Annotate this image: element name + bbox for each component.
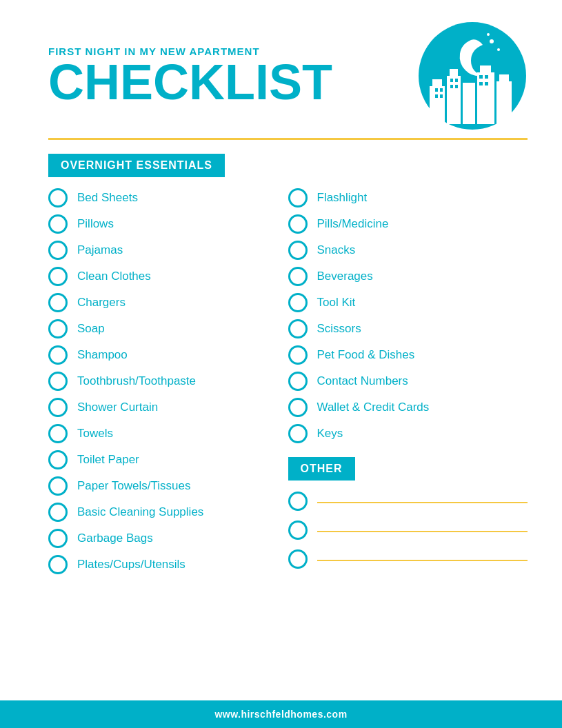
svg-rect-12 bbox=[499, 74, 509, 83]
list-item[interactable]: Paper Towels/Tissues bbox=[48, 476, 288, 496]
item-label: Paper Towels/Tissues bbox=[77, 479, 190, 493]
list-item[interactable]: Tool Kit bbox=[288, 293, 528, 312]
list-item[interactable]: Basic Cleaning Supplies bbox=[48, 503, 288, 522]
item-label: Shampoo bbox=[77, 348, 128, 362]
checkbox[interactable] bbox=[288, 492, 308, 511]
svg-rect-23 bbox=[479, 82, 483, 85]
checkbox[interactable] bbox=[288, 241, 308, 260]
checkbox[interactable] bbox=[48, 450, 68, 469]
item-label: Flashlight bbox=[317, 191, 368, 205]
list-item[interactable]: Pills/Medicine bbox=[288, 214, 528, 234]
list-item[interactable]: Wallet & Credit Cards bbox=[288, 398, 528, 417]
svg-rect-21 bbox=[479, 75, 483, 79]
list-item[interactable]: Beverages bbox=[288, 267, 528, 286]
checkbox[interactable] bbox=[288, 267, 308, 286]
svg-rect-19 bbox=[450, 85, 453, 88]
list-item[interactable]: Scissors bbox=[288, 319, 528, 338]
svg-rect-14 bbox=[440, 88, 443, 92]
page: FIRST NIGHT IN MY NEW APARTMENT CHECKLIS… bbox=[0, 0, 562, 728]
city-logo-icon bbox=[417, 21, 528, 131]
checkbox[interactable] bbox=[48, 188, 68, 208]
svg-rect-17 bbox=[450, 79, 453, 82]
checkbox[interactable] bbox=[48, 372, 68, 391]
list-item[interactable]: Clean Clothes bbox=[48, 267, 288, 286]
checkbox[interactable] bbox=[288, 372, 308, 391]
website-label: www.hirschfeldhomes.com bbox=[214, 709, 347, 720]
item-label: Bed Sheets bbox=[77, 191, 138, 205]
other-item[interactable] bbox=[288, 492, 528, 511]
list-item[interactable]: Toothbrush/Toothpaste bbox=[48, 372, 288, 391]
list-item[interactable]: Toilet Paper bbox=[48, 450, 288, 469]
list-item[interactable]: Pillows bbox=[48, 214, 288, 234]
checkbox[interactable] bbox=[48, 398, 68, 417]
right-column: Flashlight Pills/Medicine Snacks Beverag… bbox=[288, 188, 528, 581]
checkbox[interactable] bbox=[48, 345, 68, 365]
svg-rect-8 bbox=[463, 83, 475, 124]
other-input-line bbox=[317, 531, 528, 532]
checkbox[interactable] bbox=[288, 520, 308, 540]
checkbox[interactable] bbox=[48, 503, 68, 522]
checkbox[interactable] bbox=[48, 241, 68, 260]
checkbox[interactable] bbox=[288, 188, 308, 208]
list-item[interactable]: Chargers bbox=[48, 293, 288, 312]
checkbox[interactable] bbox=[48, 424, 68, 443]
list-item[interactable]: Flashlight bbox=[288, 188, 528, 208]
item-label: Pillows bbox=[77, 217, 114, 231]
item-label: Keys bbox=[317, 427, 343, 441]
svg-point-3 bbox=[487, 33, 490, 36]
list-item[interactable]: Keys bbox=[288, 424, 528, 443]
item-label: Contact Numbers bbox=[317, 374, 408, 388]
list-item[interactable]: Garbage Bags bbox=[48, 529, 288, 548]
svg-rect-6 bbox=[447, 76, 461, 124]
checkbox[interactable] bbox=[48, 529, 68, 548]
list-item[interactable]: Snacks bbox=[288, 241, 528, 260]
item-label: Basic Cleaning Supplies bbox=[77, 505, 203, 519]
other-input-line bbox=[317, 502, 528, 503]
other-item[interactable] bbox=[288, 549, 528, 569]
list-item[interactable]: Pajamas bbox=[48, 241, 288, 260]
checkbox[interactable] bbox=[288, 214, 308, 234]
checkbox[interactable] bbox=[288, 549, 308, 569]
checkbox[interactable] bbox=[48, 267, 68, 286]
item-label: Towels bbox=[77, 427, 113, 441]
svg-rect-5 bbox=[432, 79, 442, 86]
svg-rect-16 bbox=[440, 94, 443, 98]
page-title: CHECKLIST bbox=[48, 57, 332, 107]
list-item[interactable]: Shampoo bbox=[48, 345, 288, 365]
checkbox[interactable] bbox=[48, 555, 68, 574]
other-section: OTHER bbox=[288, 457, 528, 569]
svg-point-1 bbox=[490, 39, 494, 43]
main-content: OVERNIGHT ESSENTIALS Bed Sheets Pillows … bbox=[0, 154, 562, 700]
header-divider bbox=[48, 138, 528, 140]
list-item[interactable]: Soap bbox=[48, 319, 288, 338]
checkbox[interactable] bbox=[288, 345, 308, 365]
item-label: Shower Curtain bbox=[77, 401, 158, 414]
item-label: Soap bbox=[77, 322, 105, 336]
svg-rect-24 bbox=[485, 82, 488, 85]
checkbox[interactable] bbox=[288, 293, 308, 312]
list-item[interactable]: Towels bbox=[48, 424, 288, 443]
checkbox[interactable] bbox=[288, 424, 308, 443]
list-item[interactable]: Contact Numbers bbox=[288, 372, 528, 391]
checkbox[interactable] bbox=[48, 319, 68, 338]
item-label: Snacks bbox=[317, 243, 356, 257]
svg-rect-20 bbox=[455, 85, 458, 88]
item-label: Pills/Medicine bbox=[317, 217, 389, 231]
footer: www.hirschfeldhomes.com bbox=[0, 700, 562, 728]
list-item[interactable]: Pet Food & Dishes bbox=[288, 345, 528, 365]
item-label: Toilet Paper bbox=[77, 453, 139, 467]
list-item[interactable]: Shower Curtain bbox=[48, 398, 288, 417]
item-label: Pet Food & Dishes bbox=[317, 348, 415, 362]
other-item[interactable] bbox=[288, 520, 528, 540]
checkbox[interactable] bbox=[48, 293, 68, 312]
checkbox[interactable] bbox=[48, 214, 68, 234]
item-label: Scissors bbox=[317, 322, 361, 336]
checkbox[interactable] bbox=[288, 398, 308, 417]
checkbox[interactable] bbox=[288, 319, 308, 338]
svg-rect-10 bbox=[480, 65, 491, 74]
checkbox[interactable] bbox=[48, 476, 68, 496]
item-label: Pajamas bbox=[77, 243, 123, 257]
list-item[interactable]: Plates/Cups/Utensils bbox=[48, 555, 288, 574]
svg-rect-11 bbox=[496, 81, 512, 124]
list-item[interactable]: Bed Sheets bbox=[48, 188, 288, 208]
